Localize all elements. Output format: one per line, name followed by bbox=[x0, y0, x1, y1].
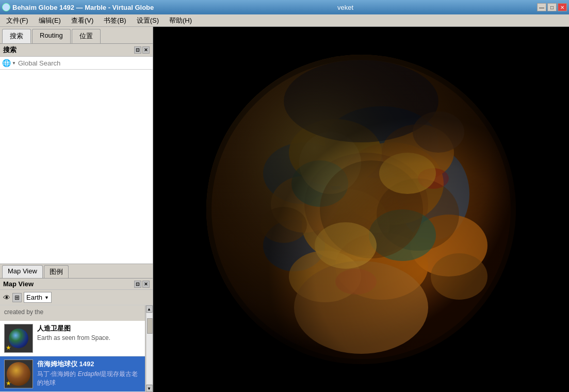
scrollbar-track bbox=[146, 313, 153, 385]
behaim-star-icon: ★ bbox=[6, 380, 11, 387]
tab-routing[interactable]: Routing bbox=[32, 29, 71, 43]
search-results-area bbox=[0, 70, 153, 264]
globe-search-icon: 🌐 bbox=[2, 59, 11, 67]
eye-icon: 👁 bbox=[3, 293, 10, 302]
mapview-close-icon[interactable]: ✕ bbox=[142, 281, 150, 288]
menu-view[interactable]: 查看(V) bbox=[67, 15, 97, 26]
globe-svg bbox=[201, 50, 521, 369]
mapview-panel: Map View ⊡ ✕ 👁 ⊞ Earth ▼ cr bbox=[0, 278, 153, 392]
search-dropdown-arrow[interactable]: ▼ bbox=[12, 61, 16, 66]
menu-help[interactable]: 帮助(H) bbox=[165, 15, 196, 26]
tab-legend[interactable]: 图例 bbox=[44, 265, 69, 278]
grid-view-button[interactable]: ⊞ bbox=[12, 293, 22, 302]
behaim-desc-prefix: 马丁·倍海姆的 bbox=[37, 370, 78, 378]
partial-text: created by the bbox=[0, 305, 145, 319]
mapview-panel-title: Map View bbox=[3, 280, 34, 288]
earth-label: Earth bbox=[26, 293, 42, 301]
tab-map-view[interactable]: Map View bbox=[2, 265, 43, 278]
minimize-button[interactable]: — bbox=[537, 3, 546, 11]
search-input-row: 🌐 ▼ bbox=[0, 57, 153, 70]
search-panel-icons: ⊡ ✕ bbox=[134, 46, 150, 54]
maximize-button[interactable]: □ bbox=[547, 3, 557, 11]
search-icon-area: 🌐 ▼ bbox=[2, 59, 16, 67]
list-item-satellite[interactable]: ★ 人造卫星图 Earth as seen from Space. bbox=[0, 321, 145, 356]
tab-location[interactable]: 位置 bbox=[72, 29, 101, 43]
mapview-tabs: Map View 图例 bbox=[0, 264, 153, 278]
partial-item-above: created by the bbox=[0, 305, 145, 321]
right-panel bbox=[153, 27, 569, 392]
username-label: veket bbox=[337, 4, 353, 11]
window-title: Behaim Globe 1492 — Marble - Virtual Glo… bbox=[12, 4, 154, 11]
satellite-title: 人造卫星图 bbox=[37, 324, 141, 333]
search-panel-header: 搜索 ⊡ ✕ bbox=[0, 44, 153, 57]
scrollbar-down-button[interactable]: ▼ bbox=[146, 385, 153, 392]
scrollbar-up-button[interactable]: ▲ bbox=[146, 305, 153, 313]
mapview-controls: 👁 ⊞ Earth ▼ bbox=[0, 290, 153, 305]
menu-bookmarks[interactable]: 书签(B) bbox=[100, 15, 130, 26]
satellite-desc: Earth as seen from Space. bbox=[37, 334, 141, 341]
app-icon bbox=[2, 3, 10, 11]
menubar: 文件(F) 编辑(E) 查看(V) 书签(B) 设置(S) 帮助(H) bbox=[0, 14, 569, 27]
menu-file[interactable]: 文件(F) bbox=[2, 15, 32, 26]
map-list-scrollbar: ▲ ▼ bbox=[145, 305, 153, 392]
menu-edit[interactable]: 编辑(E) bbox=[35, 15, 65, 26]
search-panel-title: 搜索 bbox=[3, 45, 17, 55]
search-panel: 搜索 ⊡ ✕ 🌐 ▼ bbox=[0, 43, 153, 264]
mapview-restore-icon[interactable]: ⊡ bbox=[134, 281, 141, 288]
restore-icon[interactable]: ⊡ bbox=[134, 46, 141, 54]
close-panel-icon[interactable]: ✕ bbox=[142, 46, 150, 54]
search-input[interactable] bbox=[18, 59, 151, 67]
satellite-thumbnail: ★ bbox=[4, 324, 33, 353]
left-panel: 搜索 Routing 位置 搜索 ⊡ ✕ 🌐 ▼ bbox=[0, 27, 153, 392]
mapview-panel-icons: ⊡ ✕ bbox=[134, 281, 150, 288]
satellite-star-icon: ★ bbox=[6, 344, 11, 351]
close-button[interactable]: ✕ bbox=[558, 3, 567, 11]
map-list: created by the ★ 人造卫星图 Earth as seen fro… bbox=[0, 305, 145, 392]
behaim-desc: 马丁·倍海姆的 Erdapfel是现存最古老的地球 bbox=[37, 370, 141, 387]
earth-select[interactable]: Earth ▼ bbox=[24, 292, 52, 303]
list-item-behaim[interactable]: ★ 倍海姆地球仪 1492 马丁·倍海姆的 Erdapfel是现存最古老的地球 bbox=[0, 356, 145, 392]
titlebar-left: Behaim Globe 1492 — Marble - Virtual Glo… bbox=[2, 3, 154, 11]
menu-settings[interactable]: 设置(S) bbox=[133, 15, 163, 26]
titlebar: Behaim Globe 1492 — Marble - Virtual Glo… bbox=[0, 0, 569, 14]
main-layout: 搜索 Routing 位置 搜索 ⊡ ✕ 🌐 ▼ bbox=[0, 27, 569, 392]
behaim-title: 倍海姆地球仪 1492 bbox=[37, 360, 141, 369]
scrollbar-thumb[interactable] bbox=[147, 318, 153, 334]
behaim-content: 倍海姆地球仪 1492 马丁·倍海姆的 Erdapfel是现存最古老的地球 bbox=[37, 360, 141, 387]
satellite-content: 人造卫星图 Earth as seen from Space. bbox=[37, 324, 141, 341]
mapview-panel-header: Map View ⊡ ✕ bbox=[0, 279, 153, 290]
map-list-container: created by the ★ 人造卫星图 Earth as seen fro… bbox=[0, 305, 153, 392]
top-tabs: 搜索 Routing 位置 bbox=[0, 27, 153, 43]
tab-search[interactable]: 搜索 bbox=[2, 29, 31, 43]
earth-select-arrow: ▼ bbox=[44, 295, 49, 300]
window-controls: — □ ✕ bbox=[537, 3, 567, 11]
behaim-desc-italic: Erdapfel bbox=[78, 370, 101, 378]
behaim-thumbnail: ★ bbox=[4, 360, 33, 388]
globe-container bbox=[153, 27, 569, 392]
